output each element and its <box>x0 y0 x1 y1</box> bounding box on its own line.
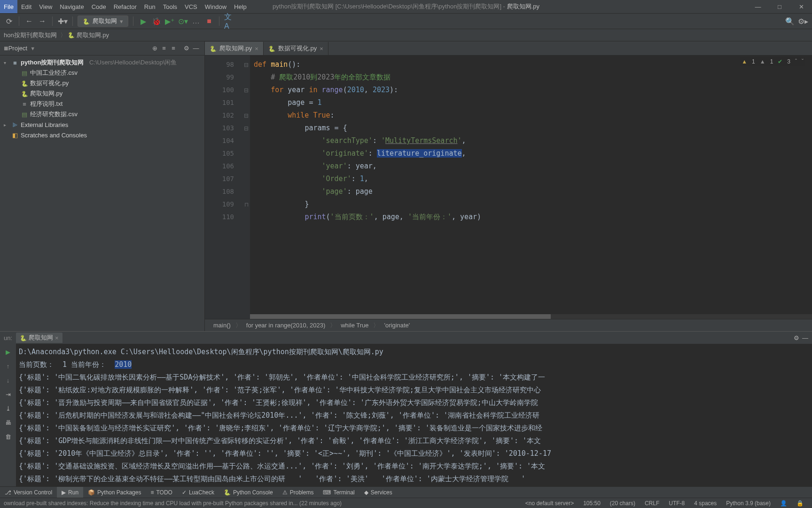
breadcrumb-item[interactable]: 'originate' <box>381 322 413 329</box>
fold-gutter[interactable]: ⊟⊟⊟⊟⊓ <box>242 56 250 319</box>
tree-file[interactable]: ≡程序说明.txt <box>0 99 204 109</box>
forward-icon[interactable]: → <box>37 16 47 26</box>
chevron-down-icon[interactable]: ˇ <box>802 58 804 65</box>
ide-settings-icon[interactable]: ⚙▸ <box>798 16 808 26</box>
stop-icon[interactable]: ↑ <box>3 361 13 371</box>
soft-wrap-icon[interactable]: ⇥ <box>3 389 13 399</box>
gear-icon[interactable]: ⚙ <box>182 44 191 53</box>
down-icon[interactable]: ↓ <box>3 375 13 385</box>
profile-icon[interactable]: ⊙▾ <box>178 16 188 26</box>
nav-crumb-file[interactable]: 爬取知网.py <box>75 31 111 40</box>
debug-icon[interactable]: 🐞 <box>151 16 162 26</box>
attach-icon[interactable]: … <box>191 16 201 26</box>
tool-button-run[interactable]: ▶Run <box>57 487 83 498</box>
tool-button-version-control[interactable]: ⎇Version Control <box>0 487 57 498</box>
tree-scratches[interactable]: ◧Scratches and Consoles <box>0 130 204 140</box>
window-maximize-icon[interactable]: □ <box>769 0 790 13</box>
main-toolbar: ⟳ ← → ✚▾ 爬取知网 ▾ ▶ 🐞 ▶⁺ ⊙▾ … ■ 文A 🔍 ⚙▸ <box>0 13 812 29</box>
chevron-up-icon[interactable]: ˆ <box>795 58 797 65</box>
menu-view[interactable]: View <box>35 0 56 13</box>
scroll-end-icon[interactable]: ⤓ <box>3 403 13 413</box>
tree-file[interactable]: 数据可视化.py <box>0 78 204 88</box>
line-number-gutter[interactable]: 9899100101102103104105106107108109110 <box>205 56 242 319</box>
gear-icon[interactable]: ⚙ <box>794 334 799 341</box>
breadcrumb-item[interactable]: for year in range(2010, 2023) <box>243 322 328 329</box>
collapse-all-icon[interactable]: ≡ <box>169 44 178 53</box>
hide-icon[interactable]: — <box>802 334 808 341</box>
status-interpreter[interactable]: Python 3.9 (base) <box>721 500 775 507</box>
close-icon[interactable]: × <box>320 45 323 52</box>
lock-icon[interactable]: 🔒 <box>792 500 808 507</box>
status-indent[interactable]: 4 spaces <box>689 500 721 507</box>
tool-button-todo[interactable]: ≡TODO <box>146 487 177 498</box>
tree-file[interactable]: ▤中国工业经济.csv <box>0 68 204 78</box>
tree-root[interactable]: ▾■ python按期刊爬取知网 C:\Users\Helloode\Deskt… <box>0 57 204 68</box>
project-header-label[interactable]: Project <box>8 45 27 52</box>
nav-crumb-project[interactable]: hon按期刊爬取知网 <box>2 31 59 40</box>
menu-bar: File Edit View Navigate Code Refactor Ru… <box>0 0 812 13</box>
status-message[interactable]: ownload pre-built shared indexes: Reduce… <box>4 500 521 507</box>
status-caret-pos[interactable]: 105:50 <box>578 500 605 507</box>
python-icon <box>20 334 27 341</box>
window-close-icon[interactable]: ✕ <box>790 0 812 13</box>
project-tool-window: ■ Project ▼ ⊕ ≡ ≡ ⚙ — ▾■ python按期刊爬取知网 C… <box>0 41 205 331</box>
tree-file[interactable]: 爬取知网.py <box>0 88 204 99</box>
project-tree[interactable]: ▾■ python按期刊爬取知网 C:\Users\Helloode\Deskt… <box>0 56 204 331</box>
reader-mode-icon[interactable]: 👤 <box>775 500 792 507</box>
tool-button-problems[interactable]: ⚠Problems <box>278 487 319 498</box>
menu-edit[interactable]: Edit <box>17 0 35 13</box>
run-icon[interactable]: ▶ <box>138 16 148 26</box>
window-minimize-icon[interactable]: — <box>747 0 769 13</box>
breadcrumb-item[interactable]: main() <box>211 322 234 329</box>
status-encoding[interactable]: UTF-8 <box>664 500 689 507</box>
tool-button-services[interactable]: ◆Services <box>359 487 397 498</box>
menu-navigate[interactable]: Navigate <box>56 0 87 13</box>
search-everywhere-icon[interactable]: 🔍 <box>785 16 795 26</box>
expand-all-icon[interactable]: ≡ <box>159 44 169 53</box>
tree-external-libraries[interactable]: ▸⫸External Libraries <box>0 119 204 130</box>
window-title: python按期刊爬取知网 [C:\Users\Helloode\Desktop… <box>273 2 539 11</box>
hide-icon[interactable]: — <box>191 44 201 53</box>
close-icon[interactable]: × <box>55 334 59 341</box>
menu-help[interactable]: Help <box>230 0 250 13</box>
editor-tab[interactable]: 爬取知网.py × <box>205 42 264 55</box>
console-output[interactable]: D:\Anaconda3\python.exe C:\Users\Hellood… <box>16 344 812 486</box>
menu-refactor[interactable]: Refactor <box>110 0 141 13</box>
python-icon <box>83 18 90 25</box>
menu-file[interactable]: File <box>0 0 17 13</box>
translate-icon[interactable]: 文A <box>224 16 234 26</box>
bottom-tool-buttons: ⎇Version Control▶Run📦Python Packages≡TOD… <box>0 486 812 498</box>
menu-window[interactable]: Window <box>201 0 230 13</box>
add-config-icon[interactable]: ✚▾ <box>57 16 68 26</box>
print-icon[interactable]: 🖶 <box>3 417 13 428</box>
menu-run[interactable]: Run <box>141 0 159 13</box>
menu-code[interactable]: Code <box>88 0 110 13</box>
inspection-widget[interactable]: ▲1 ▲1 ✔3 ˆ ˇ <box>740 57 805 66</box>
sync-icon[interactable]: ⟳ <box>4 16 14 26</box>
code-editor[interactable]: 9899100101102103104105106107108109110 ⊟⊟… <box>205 56 812 319</box>
tool-button-python-console[interactable]: 🐍Python Console <box>219 487 278 498</box>
status-bar: ownload pre-built shared indexes: Reduce… <box>0 498 812 508</box>
rerun-icon[interactable]: ▶ <box>3 347 13 357</box>
status-line-ending[interactable]: CRLF <box>640 500 664 507</box>
menu-tools[interactable]: Tools <box>159 0 181 13</box>
editor-tab[interactable]: 数据可视化.py × <box>264 42 328 55</box>
tool-button-terminal[interactable]: ⌨Terminal <box>318 487 359 498</box>
stop-icon[interactable]: ■ <box>204 16 214 26</box>
menu-vcs[interactable]: VCS <box>181 0 201 13</box>
back-icon[interactable]: ← <box>24 16 34 26</box>
tree-file[interactable]: ▤经济研究数据.csv <box>0 109 204 119</box>
horizontal-scrollbar[interactable] <box>250 314 812 319</box>
run-tool-window: un: 爬取知网 × ⚙ — ▶ ↑ ↓ ⇥ ⤓ 🖶 🗑 D:\Anaconda… <box>0 331 812 486</box>
tool-button-luacheck[interactable]: ✓LuaCheck <box>177 487 219 498</box>
select-opened-icon[interactable]: ⊕ <box>150 44 159 53</box>
tool-button-python-packages[interactable]: 📦Python Packages <box>83 487 146 498</box>
breadcrumb-item[interactable]: while True <box>338 322 371 329</box>
run-config-dropdown[interactable]: 爬取知网 ▾ <box>78 16 128 27</box>
chevron-down-icon[interactable]: ▼ <box>30 46 35 51</box>
coverage-icon[interactable]: ▶⁺ <box>164 16 175 26</box>
close-icon[interactable]: × <box>255 45 258 52</box>
run-tab[interactable]: 爬取知网 × <box>16 333 62 343</box>
status-server[interactable]: <no default server> <box>521 500 578 507</box>
trash-icon[interactable]: 🗑 <box>3 431 13 442</box>
